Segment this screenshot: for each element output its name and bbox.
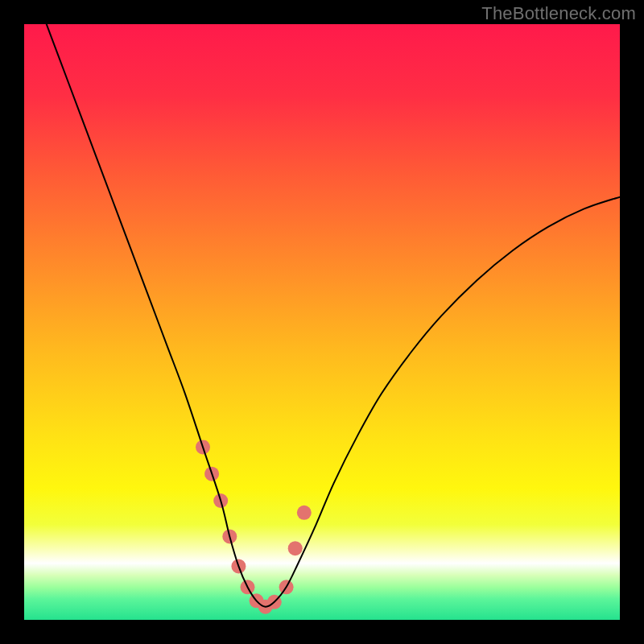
highlight-dot <box>288 541 303 555</box>
bottleneck-chart <box>0 0 644 644</box>
gradient-background <box>24 24 620 620</box>
highlight-dot <box>297 506 312 520</box>
chart-stage: TheBottleneck.com <box>0 0 644 644</box>
watermark-text: TheBottleneck.com <box>481 3 636 24</box>
